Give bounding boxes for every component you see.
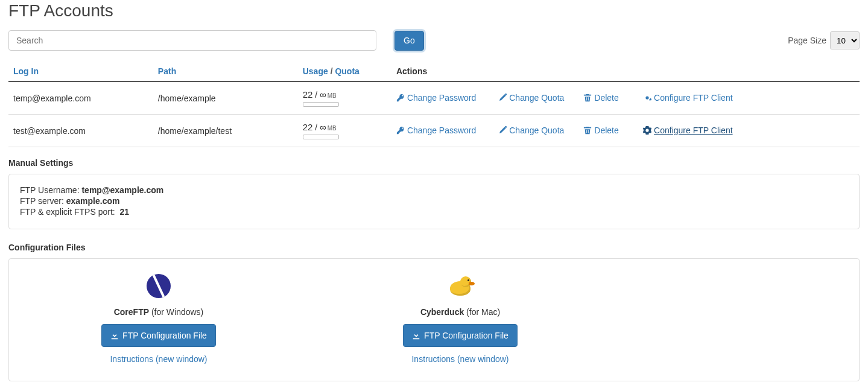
download-icon [110,331,119,340]
cell-usage: 22 / ∞MB [298,115,391,147]
cell-login: test@example.com [8,115,153,147]
cyberduck-label: Cyberduck (for Mac) [420,307,500,317]
configure-ftp-client-link[interactable]: Configure FTP Client [643,126,732,135]
cell-path: /home/example/test [153,115,298,147]
search-input[interactable] [8,30,376,51]
delete-link[interactable]: Delete [583,126,618,135]
change-quota-link[interactable]: Change Quota [498,126,564,135]
coreftp-icon [145,272,173,300]
search-bar: Go Page Size 10 [8,30,860,51]
cell-login: temp@example.com [8,81,153,115]
coreftp-download-button[interactable]: FTP Configuration File [101,324,216,347]
change-password-link[interactable]: Change Password [396,126,476,135]
col-quota[interactable]: Quota [335,66,359,76]
page-size-select[interactable]: 10 [830,31,860,49]
pencil-icon [498,126,507,135]
cyberduck-download-button[interactable]: FTP Configuration File [403,324,518,347]
change-password-link[interactable]: Change Password [396,93,476,103]
col-usage-quota[interactable]: Usage / Quota [298,62,391,81]
cyberduck-column: Cyberduck (for Mac) FTP Configuration Fi… [322,272,599,364]
key-icon [396,126,405,135]
table-row: temp@example.com /home/example 22 / ∞MB … [8,81,860,115]
usage-bar [303,135,339,139]
page-size-control: Page Size 10 [788,31,860,49]
manual-username: FTP Username: temp@example.com [20,185,848,195]
trash-icon [583,94,592,102]
col-usage[interactable]: Usage [303,66,328,76]
key-icon [396,94,405,102]
page-size-label: Page Size [788,36,826,45]
delete-link[interactable]: Delete [583,93,618,103]
gear-icon [643,94,651,102]
col-actions: Actions [391,62,493,81]
table-row: test@example.com /home/example/test 22 /… [8,115,860,147]
cell-usage: 22 / ∞MB [298,81,391,115]
go-button[interactable]: Go [394,31,424,51]
change-quota-link[interactable]: Change Quota [498,93,564,103]
cell-path: /home/example [153,81,298,115]
manual-server: FTP server: example.com [20,196,848,206]
download-icon [412,331,420,340]
manual-port: FTP & explicit FTPS port: 21 [20,207,848,217]
cyberduck-instructions-link[interactable]: Instructions (new window) [411,354,508,364]
ftp-accounts-table: Log In Path Usage / Quota Actions temp@e… [8,62,860,147]
cyberduck-icon [446,272,474,300]
coreftp-column: CoreFTP (for Windows) FTP Configuration … [20,272,297,364]
manual-settings-heading: Manual Settings [8,158,860,168]
config-files-heading: Configuration Files [8,243,860,252]
page-title: FTP Accounts [8,1,860,21]
coreftp-instructions-link[interactable]: Instructions (new window) [110,354,207,364]
col-path[interactable]: Path [153,62,298,81]
pencil-icon [498,94,507,102]
config-files-panel: CoreFTP (for Windows) FTP Configuration … [8,258,860,381]
coreftp-label: CoreFTP (for Windows) [114,307,204,317]
trash-icon [583,126,592,135]
manual-settings-panel: FTP Username: temp@example.com FTP serve… [8,174,860,229]
usage-bar [303,102,339,107]
configure-ftp-client-link[interactable]: Configure FTP Client [643,93,732,103]
gear-icon [643,126,651,135]
col-login[interactable]: Log In [8,62,153,81]
